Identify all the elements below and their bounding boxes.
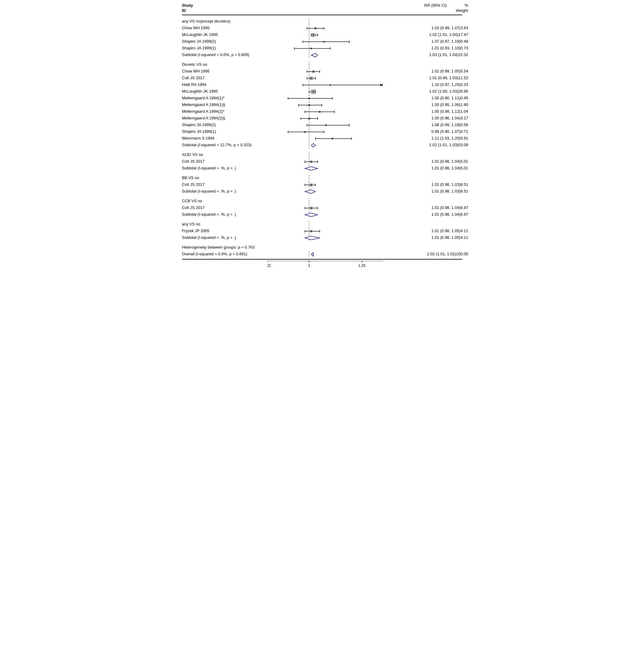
plot-svg bbox=[267, 68, 383, 75]
svg-point-92 bbox=[331, 138, 333, 139]
plot-area bbox=[267, 158, 383, 165]
svg-point-44 bbox=[329, 84, 331, 86]
group-header-label: ACEI VS no bbox=[182, 152, 267, 157]
plot-area bbox=[267, 88, 383, 95]
plot-svg bbox=[267, 158, 383, 165]
rr-weight-cell: 1.02 (1.01, 1.02)100.00 bbox=[383, 252, 468, 257]
rr-weight-cell: 1.01 (0.98, 1.04)5.01 bbox=[383, 166, 468, 171]
study-label: Subtotal (I-squared = .%, p = .) bbox=[182, 212, 267, 217]
plot-area bbox=[267, 82, 383, 88]
svg-marker-42 bbox=[380, 84, 383, 86]
group-header-label: any VS no bbox=[182, 222, 267, 227]
plot-area bbox=[267, 235, 383, 241]
header-rr-weight: RR (95% CI) %Weight bbox=[383, 3, 468, 14]
svg-point-50 bbox=[313, 91, 314, 92]
svg-point-31 bbox=[313, 71, 314, 72]
rr-weight-cell: 1.00 (0.90, 1.11)0.45 bbox=[383, 96, 468, 101]
table-row: Fryzek JP 20051.01 (0.98, 1.05)4.11 bbox=[182, 228, 462, 235]
table-row: Subtotal (I-squared = .%, p = .)1.01 (0.… bbox=[182, 165, 462, 172]
table-row: McLaughlin JK 19951.02 (1.01, 1.04)17.47 bbox=[182, 32, 462, 38]
plot-svg bbox=[267, 212, 383, 218]
group-plot-spacer bbox=[267, 62, 383, 68]
rr-weight-cell: 1.07 (0.97, 1.19)0.48 bbox=[383, 39, 468, 44]
group-header-label: BB VS no bbox=[182, 175, 267, 181]
svg-text:.802: .802 bbox=[267, 264, 271, 268]
study-label: Subtotal (I-squared = .%, p = .) bbox=[182, 166, 267, 171]
plot-svg bbox=[267, 102, 383, 108]
group-plot-spacer bbox=[267, 198, 383, 205]
plot-area bbox=[267, 32, 383, 38]
table-row: McLaughlin JK 19951.02 (1.00, 1.03)26.95 bbox=[182, 88, 462, 95]
plot-svg bbox=[267, 82, 383, 88]
study-label: Weinmann S 1994 bbox=[182, 136, 267, 141]
group-plot-spacer bbox=[267, 175, 383, 181]
table-row: Colt JS 20171.01 (0.99, 1.03)11.52 bbox=[182, 75, 462, 82]
plot-svg bbox=[267, 52, 383, 59]
table-row: Shapiro JA 1999(2)1.07 (0.97, 1.19)0.48 bbox=[182, 38, 462, 45]
study-label: Subtotal (I-squared = 12.7%, p = 0.323) bbox=[182, 142, 267, 148]
study-label: Subtotal (I-squared = .%, p = .) bbox=[182, 235, 267, 240]
plot-svg bbox=[267, 235, 383, 241]
group-plot-spacer bbox=[267, 221, 383, 228]
plot-svg bbox=[267, 142, 383, 149]
plot-area bbox=[267, 38, 383, 45]
rr-weight-cell: 1.02 (0.99, 1.05)5.54 bbox=[383, 69, 468, 74]
axis-labels: .80211.25 bbox=[267, 261, 383, 268]
svg-point-128 bbox=[310, 230, 312, 232]
plot-area bbox=[267, 228, 383, 235]
plot-svg bbox=[267, 129, 383, 135]
study-label: Mellemgaard A 1994(1)§ bbox=[182, 102, 267, 108]
plot-area bbox=[267, 205, 383, 212]
svg-point-22 bbox=[310, 48, 312, 49]
rr-weight-cell: 1.03 (1.01, 1.04)22.32 bbox=[383, 52, 468, 58]
table-row: Overall (I-squared = 0.0%, p = 0.661)1.0… bbox=[182, 251, 462, 258]
table-row: Mellemgaard A 1994(1)§1.00 (0.95, 1.06)1… bbox=[182, 102, 462, 108]
group-header-label: Diuretic VS no bbox=[182, 62, 267, 67]
rr-weight-cell: 1.08 (0.99, 1.19)0.56 bbox=[383, 123, 468, 128]
table-row: Shapiro JA 1999(1)0.98 (0.90, 1.07)0.71 bbox=[182, 129, 462, 135]
group-plot-spacer bbox=[267, 152, 383, 158]
rr-weight-cell: 1.10 (0.97, 1.25)0.33 bbox=[383, 82, 468, 87]
plot-svg bbox=[267, 181, 383, 188]
group-header: CCB VS no bbox=[182, 198, 462, 205]
table-row: Subtotal (I-squared = .%, p = .)1.01 (0.… bbox=[182, 212, 462, 218]
table-row: Colt JS 20171.01 (0.98, 1.04)6.97 bbox=[182, 205, 462, 212]
svg-marker-123 bbox=[305, 213, 318, 217]
group-header: any VS no(except diuretics) bbox=[182, 18, 462, 25]
rr-weight-cell: 1.11 (1.03, 1.20)0.91 bbox=[383, 136, 468, 141]
rr-weight-cell: 1.03 (0.99, 1.07)3.63 bbox=[383, 26, 468, 31]
svg-point-86 bbox=[304, 131, 305, 133]
study-label: Shapiro JA 1999(1) bbox=[182, 46, 267, 51]
svg-point-68 bbox=[319, 111, 320, 112]
plot-area bbox=[267, 122, 383, 129]
plot-svg bbox=[267, 32, 383, 38]
study-label: Shapiro JA 1999(1) bbox=[182, 129, 267, 134]
plot-area bbox=[267, 212, 383, 218]
rr-weight-cell: 1.01 (0.98, 1.03)8.51 bbox=[383, 189, 468, 194]
plot-svg bbox=[267, 188, 383, 195]
rr-weight-cell: 1.01 (0.99, 1.03)11.52 bbox=[383, 75, 468, 81]
plot-svg bbox=[267, 38, 383, 45]
svg-marker-26 bbox=[311, 53, 318, 57]
rr-weight-cell: 1.02 (1.01, 1.04)17.47 bbox=[383, 32, 468, 38]
study-label: Shapiro JA 1999(2) bbox=[182, 39, 267, 44]
study-label: McLaughlin JK 1995 bbox=[182, 32, 267, 38]
study-label: Subtotal (I-squared = .%, p = .) bbox=[182, 189, 267, 194]
footer-border bbox=[182, 259, 462, 260]
plot-area bbox=[267, 135, 383, 142]
study-label: Shapiro JA 1999(2) bbox=[182, 123, 267, 128]
svg-point-74 bbox=[308, 118, 310, 119]
rr-weight-cell: 1.00 (0.96, 1.04)3.17 bbox=[383, 116, 468, 121]
study-label: Colt JS 2017 bbox=[182, 182, 267, 187]
axis-svg: .80211.25 bbox=[267, 261, 383, 268]
header-weight-label: %Weight bbox=[456, 3, 468, 14]
rr-weight-cell: 1.01 (0.98, 1.04)6.97 bbox=[383, 205, 468, 211]
table-row: Colt JS 20171.01 (0.98, 1.03)8.51 bbox=[182, 181, 462, 188]
study-label: Mellemgaard A 1994(2)* bbox=[182, 109, 267, 114]
svg-point-56 bbox=[308, 98, 310, 99]
table-row: Hiatt RA 19941.10 (0.97, 1.25)0.33 bbox=[182, 82, 462, 88]
plot-area bbox=[267, 25, 383, 32]
group-header: Diuretic VS no bbox=[182, 62, 462, 68]
svg-point-101 bbox=[310, 161, 312, 162]
study-label: Colt JS 2017 bbox=[182, 159, 267, 164]
